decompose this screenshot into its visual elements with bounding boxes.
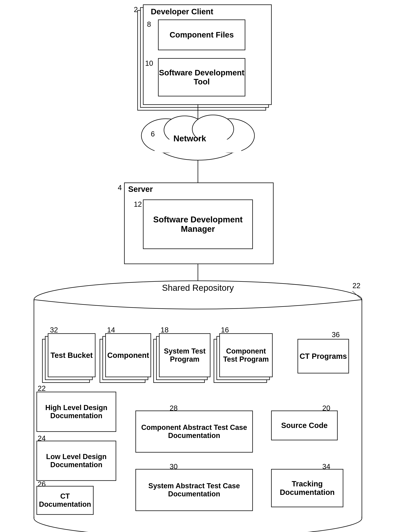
software-dev-manager-label: Software Development Manager — [143, 200, 253, 249]
high-level-design-label: High Level Design Documentation — [37, 392, 116, 432]
ct-programs-label: CT Programs — [298, 339, 349, 373]
number-6: 6 — [151, 130, 155, 138]
component-test-program-label: Component Test Program — [220, 334, 272, 377]
tracking-documentation-label: Tracking Documentation — [271, 469, 343, 507]
number-12: 12 — [134, 200, 142, 208]
ct-documentation-label: CT Documentation — [37, 486, 93, 515]
number-4: 4 — [118, 184, 122, 192]
number-22-hld: 22 — [38, 384, 46, 393]
test-bucket-label: Test Bucket — [48, 334, 95, 377]
svg-line-41 — [352, 291, 362, 300]
number-14: 14 — [107, 326, 115, 334]
number-36: 36 — [332, 331, 340, 339]
number-2: 2 — [134, 6, 138, 14]
number-32: 32 — [50, 326, 58, 334]
source-code-label: Source Code — [271, 411, 337, 440]
number-16: 16 — [221, 326, 229, 334]
system-test-program-label: System Test Program — [159, 334, 210, 377]
server-label: Server — [128, 185, 153, 194]
number-18: 18 — [161, 326, 169, 334]
software-dev-tool-label: Software Development Tool — [158, 58, 245, 96]
developer-client-label: Developer Client — [151, 7, 213, 16]
number-10: 10 — [145, 59, 153, 68]
low-level-design-label: Low Level Design Documentation — [37, 441, 116, 480]
number-8: 8 — [147, 20, 151, 29]
system-abstract-label: System Abstract Test Case Documentation — [136, 469, 253, 511]
network-label: Network — [173, 134, 206, 143]
number-22-repo: 22 — [352, 282, 360, 290]
diagram-container: 2 Developer Client 8 Component Files 10 … — [0, 0, 396, 532]
component-files-label: Component Files — [158, 20, 245, 50]
component-label: Component — [105, 334, 151, 377]
component-abstract-label: Component Abstract Test Case Documentati… — [136, 411, 253, 452]
svg-point-8 — [205, 119, 254, 153]
shared-repository-label: Shared Repository — [132, 283, 264, 293]
